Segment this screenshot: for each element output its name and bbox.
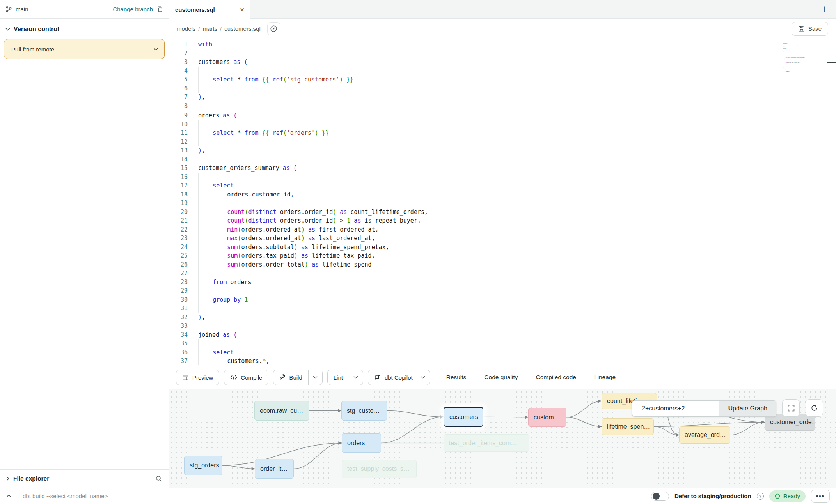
fullscreen-button[interactable] — [782, 399, 800, 417]
code-line: 20 count(distinct orders.order_id) as co… — [169, 208, 836, 217]
lineage-node-customers[interactable]: customers — [444, 407, 483, 427]
defer-toggle[interactable] — [651, 492, 669, 501]
lineage-node-order_items[interactable]: order_it… — [255, 459, 294, 479]
wrench-icon — [279, 374, 286, 380]
code-lines: 1with2 3customers as (4 5 select * from … — [169, 39, 836, 365]
build-dropdown-caret[interactable] — [308, 370, 322, 385]
editor-pane: customers.sql × + models / marts / custo… — [169, 0, 836, 488]
change-branch-link[interactable]: Change branch — [113, 6, 153, 12]
lineage-compass-button[interactable] — [267, 22, 280, 35]
command-input[interactable]: dbt build --select <model_name> — [23, 493, 646, 499]
copy-icon[interactable] — [156, 6, 163, 12]
tab-lineage[interactable]: Lineage — [594, 365, 616, 389]
lint-dropdown-caret[interactable] — [349, 370, 363, 385]
code-line: 37 customers.*, — [169, 357, 836, 365]
new-tab-button[interactable]: + — [813, 0, 836, 18]
collapse-chevron-icon[interactable] — [6, 494, 11, 498]
code-line: 28 from orders — [169, 278, 836, 287]
dbt-ide-app: main Change branch Version control Pull … — [0, 0, 836, 504]
chevron-right-icon — [6, 476, 9, 481]
breadcrumb-models[interactable]: models — [177, 25, 195, 32]
lineage-node-orders[interactable]: orders — [342, 433, 381, 453]
breadcrumb: models / marts / customers.sql Save — [169, 19, 836, 39]
lineage-node-stg_customers[interactable]: stg_custo… — [341, 401, 387, 421]
code-line: 10 — [169, 120, 836, 129]
defer-label: Defer to staging/production — [674, 493, 751, 499]
table-icon — [182, 374, 189, 381]
pull-from-remote-label[interactable]: Pull from remote — [4, 39, 147, 59]
copilot-dropdown-caret[interactable] — [419, 370, 430, 385]
tab-results[interactable]: Results — [446, 365, 467, 389]
code-line: 24 sum(orders.subtotal) as lifetime_spen… — [169, 243, 836, 252]
copilot-sparkle-icon — [374, 374, 381, 381]
lint-button[interactable]: Lint — [327, 370, 363, 385]
lineage-node-stg_orders[interactable]: stg_orders — [184, 456, 222, 475]
result-tabs: ResultsCode qualityCompiled codeLineage — [446, 365, 616, 389]
code-line: 4 — [169, 67, 836, 76]
code-line: 32), — [169, 313, 836, 322]
code-line: 18 orders.customer_id, — [169, 190, 836, 199]
compass-icon — [270, 25, 277, 32]
code-line: 31 — [169, 304, 836, 313]
update-graph-button[interactable]: Update Graph — [719, 401, 776, 416]
code-line: 16 — [169, 173, 836, 182]
file-explorer-header[interactable]: File explorer — [0, 469, 169, 488]
search-icon[interactable] — [155, 475, 162, 482]
code-line: 5 select * from {{ ref('stg_customers') … — [169, 75, 836, 84]
version-control-header[interactable]: Version control — [0, 19, 169, 37]
compile-button[interactable]: Compile — [224, 370, 268, 385]
chevron-down-icon — [5, 28, 10, 31]
refresh-button[interactable] — [806, 399, 823, 417]
code-line: 36 select — [169, 348, 836, 357]
code-line: 17 select — [169, 181, 836, 190]
chevron-down-icon — [153, 48, 158, 51]
ready-status-badge: Ready — [769, 490, 806, 502]
lineage-node-test_order_items[interactable]: test_order_items_com… — [444, 434, 529, 452]
chevron-down-icon — [353, 376, 358, 379]
dbt-copilot-button[interactable]: dbt Copilot — [368, 370, 430, 385]
code-line: 12 — [169, 138, 836, 147]
preview-button[interactable]: Preview — [176, 370, 219, 385]
code-editor[interactable]: 1with2 3customers as (4 5 select * from … — [169, 39, 836, 365]
tab-code-quality[interactable]: Code quality — [484, 365, 518, 389]
more-options-button[interactable]: ••• — [811, 490, 830, 503]
lineage-node-average_order[interactable]: average_ord… — [679, 426, 730, 444]
main-row: main Change branch Version control Pull … — [0, 0, 836, 488]
code-line: 22 min(orders.ordered_at) as first_order… — [169, 225, 836, 234]
git-branch-icon — [5, 6, 12, 12]
lineage-node-ecom_raw[interactable]: ecom.raw_cu… — [254, 401, 309, 421]
code-line: 13), — [169, 146, 836, 155]
code-line: 14 — [169, 155, 836, 164]
lineage-selector-input[interactable]: 2+customers+2 — [632, 401, 719, 416]
lineage-node-lifetime_spend[interactable]: lifetime_spen… — [602, 418, 654, 435]
scrollbar-thumb[interactable] — [827, 62, 836, 63]
lineage-node-customer_semantic[interactable]: custom… — [528, 408, 566, 427]
lineage-selector: 2+customers+2 Update Graph — [632, 400, 776, 417]
save-button[interactable]: Save — [792, 22, 828, 36]
code-line: 26 sum(orders.order_total) as lifetime_s… — [169, 260, 836, 269]
code-line: 2 — [169, 49, 836, 58]
status-circle-icon — [775, 493, 780, 499]
tab-bar: customers.sql × + — [169, 0, 836, 19]
pull-dropdown-caret[interactable] — [147, 39, 164, 59]
build-button[interactable]: Build — [273, 370, 322, 385]
code-line: 1with — [169, 40, 836, 49]
code-line: 3customers as ( — [169, 58, 836, 67]
chevron-down-icon — [313, 376, 318, 379]
minimap[interactable]: with customers as ( select * from {{ ref… — [783, 41, 817, 93]
fullscreen-icon — [788, 405, 795, 412]
chevron-down-icon — [421, 376, 425, 379]
pull-from-remote-button[interactable]: Pull from remote — [4, 39, 165, 59]
tab-compiled-code[interactable]: Compiled code — [536, 365, 576, 389]
sidebar: main Change branch Version control Pull … — [0, 0, 169, 488]
code-line: 33 — [169, 322, 836, 331]
lineage-node-test_supply[interactable]: test_supply_costs_s… — [342, 460, 417, 478]
help-icon[interactable]: ? — [757, 493, 764, 500]
tab-title: customers.sql — [175, 6, 236, 13]
code-line: 30 group by 1 — [169, 295, 836, 304]
tab-customers-sql[interactable]: customers.sql × — [169, 0, 250, 19]
breadcrumb-marts[interactable]: marts — [203, 25, 218, 32]
close-icon[interactable]: × — [240, 6, 244, 13]
code-line: 19 — [169, 199, 836, 208]
action-bar: Preview Compile — [169, 365, 836, 389]
